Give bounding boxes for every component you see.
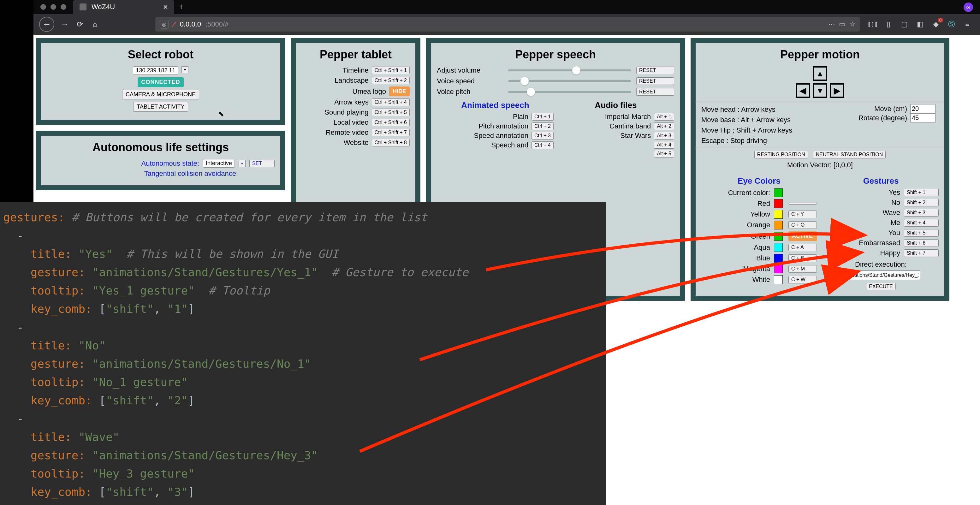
menu-icon[interactable]: ≡ (963, 20, 972, 29)
connected-badge: CONNECTED (138, 77, 183, 87)
direct-execution-input[interactable] (842, 271, 920, 280)
arrow-down-button[interactable]: ▼ (813, 83, 827, 98)
screenshot-icon[interactable]: ▢ (900, 20, 909, 29)
url-path: :5000/# (205, 20, 229, 29)
tablet-shortcut-button[interactable]: Ctrl + Shift + 2 (372, 77, 410, 84)
resting-position-button[interactable]: RESTING POSITION (754, 151, 808, 158)
gesture-shortcut-button[interactable]: Shift + 6 (904, 239, 939, 247)
sync-icon[interactable]: Ⓢ (947, 20, 956, 29)
url-bar[interactable]: ◎ ⁄ 0.0.0.0:5000/# ⋯ ▭ ☆ (155, 17, 860, 32)
arrow-left-button[interactable]: ◀ (795, 83, 810, 98)
arrow-up-button[interactable]: ▲ (813, 66, 827, 81)
color-swatch (774, 221, 783, 229)
color-shortcut-button[interactable]: C + M (788, 265, 817, 273)
reset-button[interactable]: RESET (636, 67, 674, 74)
color-shortcut-button[interactable] (788, 202, 817, 204)
page-actions-icon[interactable]: ⋯ (828, 20, 835, 29)
tablet-shortcut-button[interactable]: Ctrl + Shift + 6 (372, 119, 410, 126)
execute-button[interactable]: EXECUTE (866, 283, 896, 290)
maximize-window-dot[interactable] (60, 4, 66, 10)
new-tab-button[interactable]: + (174, 0, 188, 14)
yaml-code-overlay: gestures: # Buttons will be created for … (0, 202, 606, 505)
rotate-input[interactable] (910, 113, 935, 123)
slider-thumb[interactable] (572, 66, 581, 75)
animated-shortcut-button[interactable]: Ctrl + 3 (531, 132, 554, 140)
robot-ip-stepper[interactable]: ▾ (181, 66, 188, 73)
tablet-shortcut-button[interactable]: Ctrl + Shift + 4 (372, 99, 410, 106)
reader-icon[interactable]: ▭ (839, 20, 846, 29)
color-shortcut-button[interactable]: C + B (788, 254, 817, 262)
gesture-shortcut-button[interactable]: Shift + 7 (904, 249, 939, 257)
minimize-window-dot[interactable] (51, 4, 56, 10)
direct-execution-label: Direct execution: (823, 260, 939, 269)
tablet-shortcut-button[interactable]: Ctrl + Shift + 5 (372, 108, 410, 116)
neutral-position-button[interactable]: NEUTRAL STAND POSITION (813, 151, 886, 158)
tablet-shortcut-button[interactable]: Ctrl + Shift + 8 (372, 139, 410, 147)
forward-button[interactable]: → (60, 19, 70, 29)
camera-mic-button[interactable]: CAMERA & MICROPHONE (122, 90, 199, 99)
color-shortcut-button[interactable]: C + O (788, 221, 817, 229)
reset-button[interactable]: RESET (636, 77, 674, 85)
color-name: Green (701, 232, 770, 241)
tablet-row: Arrow keysCtrl + Shift + 4 (302, 98, 410, 106)
slider-thumb[interactable] (527, 88, 535, 96)
move-cm-input[interactable] (910, 104, 935, 113)
extension-badge[interactable]: ∞ (964, 3, 973, 12)
audio-shortcut-button[interactable]: Alt + 1 (654, 113, 674, 121)
color-swatch (774, 232, 783, 241)
robot-ip-field[interactable]: 130.239.182.11 (133, 66, 178, 75)
gesture-label: No (823, 199, 900, 207)
animated-row: PlainCtrl + 1 (437, 113, 554, 121)
library-icon[interactable]: ⫿⫿⫿ (868, 20, 877, 29)
tablet-row: Umea logoHIDE (302, 86, 410, 96)
tablet-hide-button[interactable]: HIDE (389, 86, 410, 96)
slider-thumb[interactable] (520, 77, 529, 85)
gesture-row: MeShift + 4 (823, 219, 939, 227)
tablet-shortcut-button[interactable]: Ctrl + Shift + 7 (372, 129, 410, 136)
audio-shortcut-button[interactable]: Alt + 5 (654, 150, 674, 158)
color-shortcut-button[interactable]: C + Y (788, 210, 817, 218)
reload-button[interactable]: ⟳ (75, 19, 84, 29)
extensions-icon[interactable]: ◧ (916, 20, 924, 29)
color-swatch (774, 275, 783, 284)
gesture-row: NoShift + 2 (823, 199, 939, 207)
arrow-right-button[interactable]: ▶ (830, 83, 844, 98)
gesture-shortcut-button[interactable]: Shift + 5 (904, 229, 939, 237)
shield-icon[interactable]: ◎ (160, 20, 169, 29)
reset-button[interactable]: RESET (636, 88, 674, 96)
current-color-label: Current color: (701, 189, 770, 197)
slider-track[interactable] (508, 91, 631, 93)
gesture-row: HappyShift + 7 (823, 249, 939, 257)
gesture-shortcut-button[interactable]: Shift + 1 (904, 189, 939, 196)
close-window-dot[interactable] (40, 4, 46, 10)
color-shortcut-button[interactable]: C + W (788, 276, 817, 284)
animated-shortcut-button[interactable]: Ctrl + 2 (531, 123, 554, 130)
tablet-activity-button[interactable]: TABLET ACTIVITY (133, 102, 188, 112)
account-icon[interactable]: ◆0 (931, 20, 940, 29)
audio-shortcut-button[interactable]: Alt + 2 (654, 123, 674, 130)
autonomous-state-select[interactable]: Interactive (203, 159, 235, 167)
tab-close-icon[interactable]: × (163, 2, 168, 12)
back-button[interactable]: ← (39, 17, 54, 32)
audio-row: Alt + 4 (557, 141, 674, 149)
gesture-shortcut-button[interactable]: Shift + 2 (904, 199, 939, 206)
gesture-shortcut-button[interactable]: Shift + 3 (904, 209, 939, 217)
slider-track[interactable] (508, 69, 631, 71)
tablet-heading: Pepper tablet (302, 48, 410, 61)
bookmark-star-icon[interactable]: ☆ (850, 20, 856, 29)
audio-shortcut-button[interactable]: Alt + 4 (654, 141, 674, 149)
slider-track[interactable] (508, 80, 631, 82)
tablet-shortcut-button[interactable]: Ctrl + Shift + 1 (372, 67, 410, 74)
tablet-label: Landscape (302, 76, 369, 84)
animated-shortcut-button[interactable]: Ctrl + 4 (531, 142, 554, 149)
browser-tab[interactable]: WoZ4U × (73, 0, 174, 14)
audio-shortcut-button[interactable]: Alt + 3 (654, 132, 674, 140)
animated-shortcut-button[interactable]: Ctrl + 1 (531, 113, 554, 121)
animated-label: Plain (437, 113, 528, 121)
gesture-shortcut-button[interactable]: Shift + 4 (904, 219, 939, 226)
autonomous-state-stepper[interactable]: ▾ (239, 160, 245, 167)
sidebar-icon[interactable]: ▯ (884, 20, 893, 29)
color-shortcut-button[interactable]: C + A (788, 244, 817, 251)
home-button[interactable]: ⌂ (90, 19, 100, 29)
autonomous-set-button[interactable]: SET (249, 160, 275, 167)
